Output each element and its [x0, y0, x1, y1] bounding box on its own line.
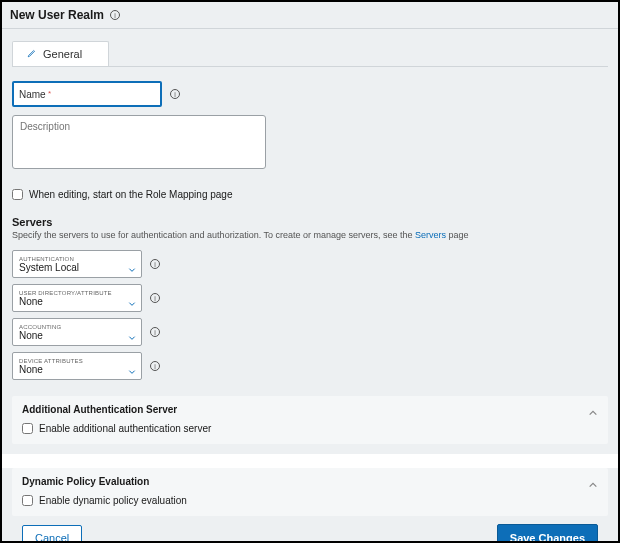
select-value: System Local: [19, 263, 123, 273]
role-mapping-checkbox-label: When editing, start on the Role Mapping …: [29, 189, 232, 200]
tab-bar: General: [12, 41, 608, 67]
enable-dynamic-policy-label: Enable dynamic policy evaluation: [39, 495, 187, 506]
servers-link[interactable]: Servers: [415, 230, 446, 240]
info-icon[interactable]: i: [170, 89, 180, 99]
select-value: None: [19, 331, 123, 341]
footer: Cancel Save Changes: [12, 516, 608, 541]
role-mapping-checkbox-row[interactable]: When editing, start on the Role Mapping …: [12, 189, 608, 200]
info-icon[interactable]: i: [150, 259, 160, 269]
enable-additional-auth-row[interactable]: Enable additional authentication server: [22, 423, 598, 434]
pencil-icon: [27, 48, 37, 60]
authentication-select[interactable]: AUTHENTICATION System Local: [12, 250, 142, 278]
enable-additional-auth-checkbox[interactable]: [22, 423, 33, 434]
info-icon[interactable]: i: [150, 293, 160, 303]
page-header: New User Realm i: [2, 2, 618, 29]
chevron-down-icon: [128, 294, 136, 302]
cancel-button[interactable]: Cancel: [22, 525, 82, 541]
select-label: USER DIRECTORY/ATTRIBUTE: [19, 290, 123, 296]
divider: [2, 454, 618, 468]
chevron-down-icon: [128, 260, 136, 268]
enable-dynamic-policy-row[interactable]: Enable dynamic policy evaluation: [22, 495, 598, 506]
user-directory-select[interactable]: USER DIRECTORY/ATTRIBUTE None: [12, 284, 142, 312]
chevron-down-icon: [128, 362, 136, 370]
device-attributes-select[interactable]: DEVICE ATTRIBUTES None: [12, 352, 142, 380]
chevron-down-icon: [128, 328, 136, 336]
select-value: None: [19, 365, 123, 375]
enable-dynamic-policy-checkbox[interactable]: [22, 495, 33, 506]
servers-heading: Servers: [12, 216, 608, 228]
info-icon[interactable]: i: [110, 10, 120, 20]
additional-auth-title: Additional Authentication Server: [22, 404, 598, 415]
name-input[interactable]: [12, 81, 162, 107]
chevron-up-icon[interactable]: [588, 404, 598, 414]
description-textarea[interactable]: [12, 115, 266, 169]
save-changes-button[interactable]: Save Changes: [497, 524, 598, 541]
tab-general-label: General: [43, 48, 82, 60]
role-mapping-checkbox[interactable]: [12, 189, 23, 200]
info-icon[interactable]: i: [150, 361, 160, 371]
info-icon[interactable]: i: [150, 327, 160, 337]
select-label: DEVICE ATTRIBUTES: [19, 358, 123, 364]
servers-subtext: Specify the servers to use for authentic…: [12, 230, 608, 240]
select-label: AUTHENTICATION: [19, 256, 123, 262]
select-value: None: [19, 297, 123, 307]
page-title: New User Realm: [10, 8, 104, 22]
dynamic-policy-title: Dynamic Policy Evaluation: [22, 476, 598, 487]
accounting-select[interactable]: ACCOUNTING None: [12, 318, 142, 346]
select-label: ACCOUNTING: [19, 324, 123, 330]
tab-general[interactable]: General: [12, 41, 109, 66]
additional-auth-section: Additional Authentication Server Enable …: [12, 396, 608, 444]
enable-additional-auth-label: Enable additional authentication server: [39, 423, 211, 434]
chevron-up-icon[interactable]: [588, 476, 598, 486]
dynamic-policy-section: Dynamic Policy Evaluation Enable dynamic…: [12, 468, 608, 516]
